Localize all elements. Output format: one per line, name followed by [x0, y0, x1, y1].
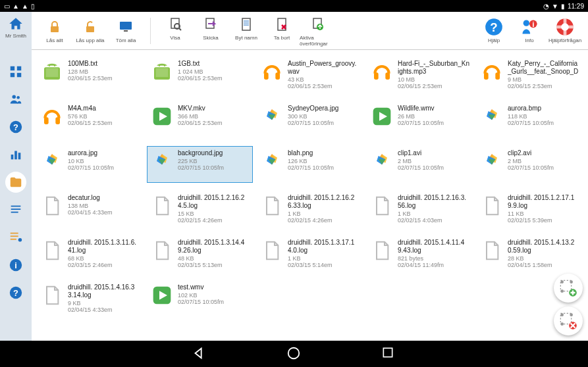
file-date: 02/03/15 5:13em — [178, 262, 250, 268]
file-item[interactable]: aurora.jpg10 KB02/07/15 10:05fm — [37, 146, 143, 183]
select-delete-icon — [559, 312, 577, 330]
file-item[interactable]: M4A.m4a576 KB02/06/15 2:53em — [37, 101, 143, 138]
sidebar-info[interactable]: i — [5, 255, 26, 276]
unlock-all-button[interactable]: Lås upp alla — [72, 18, 108, 43]
sidebar-stats[interactable] — [5, 144, 26, 165]
file-name: druidhill. 2015.1.4.16.33.14.log — [68, 283, 140, 299]
warning-icon: ▲ — [13, 3, 19, 10]
file-item[interactable]: decatur.log138 MB02/04/15 4:33em — [37, 191, 143, 228]
file-item[interactable]: background.jpg225 KB02/07/15 10:05fm — [147, 146, 253, 183]
sidebar-users[interactable] — [5, 89, 26, 110]
app-sidebar: Mr Smith ? i ? — [0, 12, 32, 341]
sidebar-files[interactable] — [5, 172, 26, 193]
file-type-icon — [150, 105, 174, 128]
file-name: druidhill. 2015.1.3.17.14.0.log — [288, 239, 360, 255]
file-date: 02/02/15 5:39em — [508, 217, 579, 224]
file-type-icon — [260, 239, 284, 262]
file-type-icon — [370, 194, 394, 218]
file-item[interactable]: druidhill. 2015.1.3.14.49.26.log48 KB02/… — [147, 235, 253, 272]
file-item[interactable]: blah.png126 KB02/07/15 10:05fm — [257, 146, 363, 183]
file-item[interactable]: druidhill. 2015.1.3.11.6.41.log68 KB02/0… — [37, 235, 143, 272]
view-button[interactable]: Visa — [157, 15, 193, 47]
file-type-icon — [370, 60, 394, 84]
svg-point-72 — [570, 313, 573, 316]
nav-home[interactable] — [286, 346, 302, 362]
help-button[interactable]: ? Hjälp — [476, 18, 512, 43]
file-size: 10 KB — [68, 158, 140, 164]
file-date: 02/07/15 10:05fm — [178, 299, 250, 305]
sidebar-user[interactable]: Mr Smith — [5, 16, 26, 39]
lock-all-button[interactable]: Lås allt — [37, 18, 72, 43]
file-type-icon — [370, 105, 394, 128]
svg-point-73 — [560, 322, 564, 326]
file-item[interactable]: druidhill. 2015.1.3.17.14.0.log1 KB02/03… — [257, 235, 363, 272]
file-date: 02/04/15 1:58em — [508, 262, 579, 268]
svg-point-68 — [560, 289, 564, 293]
file-item[interactable]: druidhill. 2015.1.4.13.20.59.log28 KB02/… — [477, 235, 583, 272]
warning-icon: ▲ — [22, 3, 28, 10]
file-name: druidhill. 2015.1.3.14.49.26.log — [178, 239, 250, 255]
file-item[interactable]: Hard-Fi_-_Suburban_Knights.mp310 MB02/06… — [367, 57, 473, 93]
file-type-icon — [40, 149, 64, 173]
file-item[interactable]: druidhill. 2015.1.2.17.19.9.log11 KB02/0… — [477, 191, 583, 228]
file-item[interactable]: druidhill. 2015.1.2.16.3.56.log1 KB02/02… — [367, 191, 473, 228]
file-name: test.wmv — [178, 283, 250, 291]
file-size: 576 KB — [68, 113, 140, 120]
clear-button[interactable]: Töm alla — [108, 18, 144, 43]
svg-rect-13 — [11, 212, 18, 213]
help-request-button[interactable]: Hjälpförfrågan — [547, 18, 583, 43]
file-item[interactable]: druidhill. 2015.1.2.16.26.33.log1 KB02/0… — [257, 191, 363, 228]
delete-icon — [273, 15, 291, 34]
file-date: 02/02/15 4:26em — [178, 217, 250, 224]
info-button[interactable]: i Info — [512, 18, 547, 43]
file-item[interactable]: Katy_Perry_-_California_Gurls__feat._Sno… — [477, 57, 583, 93]
android-navbar — [0, 341, 588, 367]
file-name: clip1.avi — [398, 149, 469, 157]
delete-button[interactable]: Ta bort — [264, 15, 300, 47]
file-size: 1 KB — [288, 210, 360, 217]
file-item[interactable]: clip2.avi2 MB02/07/15 10:05fm — [477, 146, 583, 183]
file-size: 2 MB — [398, 158, 469, 164]
file-date: 02/03/15 2:46em — [68, 262, 140, 268]
nav-recent[interactable] — [381, 346, 397, 362]
svg-text:?: ? — [13, 288, 18, 298]
file-item[interactable]: test.wmv102 KB02/07/15 10:05fm — [147, 280, 253, 317]
battery-icon: ▮ — [561, 3, 565, 10]
home-icon — [7, 16, 24, 33]
file-date: 02/07/15 10:05fm — [398, 120, 469, 126]
file-date: 02/06/15 2:53em — [398, 83, 469, 89]
file-name: blah.png — [288, 149, 360, 157]
svg-rect-0 — [11, 66, 14, 70]
file-type-icon — [480, 60, 504, 84]
fab-delete-button[interactable] — [554, 306, 583, 335]
file-item[interactable]: SydneyOpera.jpg300 KB02/07/15 10:05fm — [257, 101, 363, 138]
file-item[interactable]: MKV.mkv366 MB02/06/15 2:53em — [147, 101, 253, 138]
file-item[interactable]: Austin_Powers_groovy.wav43 KB02/06/15 2:… — [257, 57, 363, 93]
file-item[interactable]: druidhill. 2015.1.4.16.33.14.log9 KB02/0… — [37, 280, 143, 317]
transfers-button[interactable]: Aktiva överföringar — [300, 15, 335, 47]
send-button[interactable]: Skicka — [193, 15, 228, 47]
file-size: 1 KB — [288, 255, 360, 262]
file-item[interactable]: clip1.avi2 MB02/07/15 10:05fm — [367, 146, 473, 183]
svg-point-17 — [18, 238, 22, 242]
sidebar-list[interactable] — [5, 199, 26, 220]
file-date: 02/07/15 10:05fm — [178, 164, 250, 171]
sidebar-help[interactable]: ? — [5, 116, 26, 137]
svg-rect-58 — [484, 72, 489, 80]
file-item[interactable]: 1GB.txt1 024 MB02/06/15 2:53em — [147, 57, 253, 93]
sidebar-grid[interactable] — [5, 61, 26, 82]
sidebar-user-list[interactable] — [5, 227, 26, 248]
fab-add-button[interactable] — [554, 274, 583, 303]
nav-back[interactable] — [192, 346, 207, 362]
file-item[interactable]: Wildlife.wmv26 MB02/07/15 10:05fm — [367, 101, 473, 138]
file-type-icon — [480, 149, 504, 173]
sidebar-help2[interactable]: ? — [5, 282, 26, 303]
file-item[interactable]: druidhill. 2015.1.2.16.24.5.log15 KB02/0… — [147, 191, 253, 228]
rename-button[interactable]: Byt namn — [228, 15, 264, 47]
svg-rect-9 — [14, 151, 17, 160]
file-item[interactable]: 100MB.txt128 MB02/06/15 2:53em — [37, 57, 143, 93]
file-item[interactable]: aurora.bmp118 KB02/07/15 10:05fm — [477, 101, 583, 138]
svg-point-75 — [288, 348, 299, 359]
file-name: M4A.m4a — [68, 105, 140, 112]
file-item[interactable]: druidhill. 2015.1.4.11.49.43.log821 byte… — [367, 235, 473, 272]
